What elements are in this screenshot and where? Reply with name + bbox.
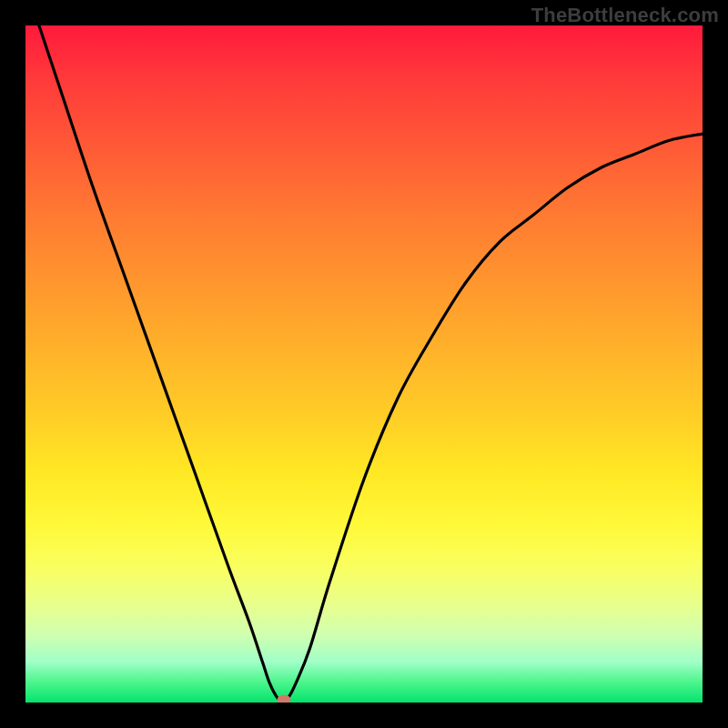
watermark-text: TheBottleneck.com: [531, 4, 719, 27]
optimum-marker: [278, 695, 291, 703]
plot-area: [25, 25, 703, 703]
chart-frame: TheBottleneck.com: [0, 0, 728, 728]
bottleneck-curve: [25, 25, 703, 703]
